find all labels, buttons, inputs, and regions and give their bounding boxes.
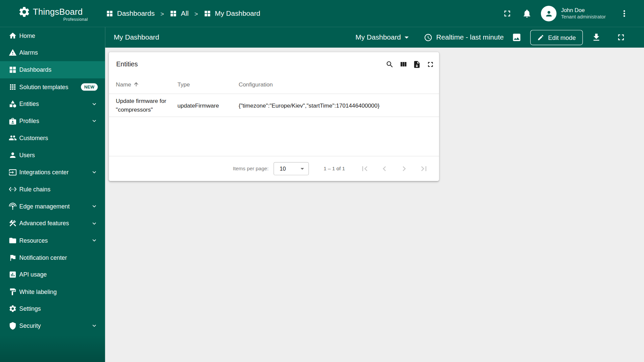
thingsboard-logo[interactable]: ThingsBoard Professional — [18, 6, 88, 22]
breadcrumb-label: Dashboards — [117, 9, 155, 17]
sidebar-item-integrations-center[interactable]: Integrations center — [0, 164, 105, 181]
sidebar-item-users[interactable]: Users — [0, 146, 105, 164]
cell-configuration: {"timezone":"Europe/Kiev","startTime":17… — [238, 102, 432, 109]
cell-type: updateFirmware — [177, 102, 238, 109]
security-icon — [9, 322, 17, 330]
image-icon — [512, 33, 522, 42]
person-icon — [543, 8, 554, 19]
sidebar-item-solution-templates[interactable]: Solution templatesNEW — [0, 78, 105, 96]
dashboard-image-button[interactable] — [508, 29, 525, 46]
timewindow-button[interactable]: Realtime - last minute — [424, 33, 504, 42]
sidebar-item-alarms[interactable]: Alarms — [0, 44, 105, 61]
sidebar-item-rule-chains[interactable]: Rule chains — [0, 181, 105, 198]
chevron-right-icon — [399, 164, 409, 174]
top-header: ThingsBoard Professional Dashboards > Al… — [0, 0, 644, 27]
sidebar-item-label: Advanced features — [19, 220, 91, 227]
notification-center-icon — [9, 253, 17, 261]
download-dashboard-button[interactable] — [588, 29, 604, 46]
sidebar-item-customers[interactable]: Customers — [0, 129, 105, 146]
caret-down-icon — [298, 165, 306, 173]
breadcrumb-separator: > — [195, 10, 198, 17]
dashboards-icon — [204, 10, 211, 17]
breadcrumb-all[interactable]: All — [170, 9, 189, 17]
chevron-down-icon — [91, 220, 98, 227]
last-page-button[interactable] — [414, 159, 434, 179]
dashboard-state-select[interactable]: My Dashboard — [356, 33, 412, 42]
sidebar-item-home[interactable]: Home — [0, 27, 105, 44]
sidebar-item-label: Integrations center — [19, 169, 91, 176]
widget-columns-button[interactable] — [396, 58, 410, 71]
edit-mode-button[interactable]: Edit mode — [530, 30, 583, 45]
previous-page-button[interactable] — [375, 159, 394, 179]
app-name: ThingsBoard — [33, 7, 83, 16]
items-per-page-label: Items per page: — [233, 166, 268, 172]
home-icon — [9, 32, 17, 40]
chevron-down-icon — [91, 118, 98, 125]
advanced-features-icon — [9, 219, 17, 227]
sidebar-item-settings[interactable]: Settings — [0, 300, 105, 317]
sidebar-item-label: Alarms — [19, 49, 98, 56]
sidebar-item-advanced-features[interactable]: Advanced features — [0, 215, 105, 232]
sidebar-item-edge-management[interactable]: Edge management — [0, 198, 105, 215]
sidebar-item-dashboards[interactable]: Dashboards — [0, 61, 105, 78]
rule-chains-icon — [9, 185, 17, 193]
column-label: Name — [116, 81, 131, 88]
sidebar-item-api-usage[interactable]: API usage — [0, 266, 105, 283]
widget-fullscreen-button[interactable] — [423, 58, 437, 71]
sidebar-item-label: Users — [19, 152, 98, 159]
user-role: Tenant administrator — [561, 14, 609, 20]
column-header-name[interactable]: Name — [116, 81, 177, 88]
sidebar-item-notification-center[interactable]: Notification center — [0, 249, 105, 266]
profiles-icon — [9, 117, 17, 125]
user-name: John Doe — [561, 7, 609, 14]
items-per-page-select[interactable]: 10 — [273, 162, 309, 175]
table-row[interactable]: Update firmware for "compressors" update… — [109, 94, 439, 117]
more-vert-icon — [620, 9, 629, 18]
dashboard-fullscreen-button[interactable] — [613, 29, 629, 46]
breadcrumb-my-dashboard[interactable]: My Dashboard — [204, 9, 260, 17]
cell-name: Update firmware for "compressors" — [116, 97, 177, 114]
widget-actions — [383, 58, 437, 71]
more-menu-button[interactable] — [616, 5, 633, 22]
app-window: ThingsBoard Professional Dashboards > Al… — [0, 0, 644, 362]
customers-icon — [9, 134, 17, 142]
edge-management-icon — [9, 202, 17, 210]
sidebar-item-label: Settings — [19, 305, 98, 312]
table-header-row: Name Type Configuration — [109, 75, 439, 94]
breadcrumb: Dashboards > All > My Dashboard — [106, 9, 260, 17]
settings-icon — [9, 305, 17, 313]
sort-ascending-icon — [133, 81, 139, 87]
column-header-type[interactable]: Type — [177, 81, 238, 88]
sidebar-item-label: Solution templates — [19, 83, 81, 90]
pager — [355, 159, 434, 179]
dashboards-icon — [106, 10, 113, 17]
api-usage-icon — [9, 270, 17, 279]
sidebar-item-resources[interactable]: Resources — [0, 232, 105, 249]
breadcrumb-dashboards[interactable]: Dashboards — [106, 9, 155, 17]
sidebar-item-profiles[interactable]: Profiles — [0, 112, 105, 129]
widget-search-button[interactable] — [383, 58, 396, 71]
sidebar-item-entities[interactable]: Entities — [0, 96, 105, 113]
pencil-icon — [537, 34, 544, 41]
header-actions: John Doe Tenant administrator — [496, 5, 644, 22]
columns-icon — [399, 60, 407, 68]
dashboard-state-label: My Dashboard — [356, 33, 401, 41]
table-body: Update firmware for "compressors" update… — [109, 94, 439, 156]
next-page-button[interactable] — [394, 159, 414, 179]
sidebar-item-white-labeling[interactable]: White labeling — [0, 283, 105, 300]
export-file-icon — [413, 60, 421, 68]
notifications-button[interactable] — [519, 5, 535, 22]
widget-export-button[interactable] — [410, 58, 423, 71]
solution-templates-icon — [9, 83, 17, 91]
sidebar-item-security[interactable]: Security — [0, 317, 105, 335]
first-page-button[interactable] — [355, 159, 375, 179]
fullscreen-button[interactable] — [499, 5, 516, 22]
avatar[interactable] — [541, 6, 557, 21]
entities-widget: Entities — [109, 52, 439, 181]
user-menu[interactable]: John Doe Tenant administrator — [561, 7, 609, 20]
dashboard-toolbar: My Dashboard My Dashboard Realtime - las… — [105, 27, 644, 48]
sidebar-item-label: White labeling — [19, 288, 98, 295]
column-header-configuration[interactable]: Configuration — [238, 81, 432, 88]
integrations-center-icon — [9, 168, 17, 176]
resources-icon — [9, 236, 17, 244]
